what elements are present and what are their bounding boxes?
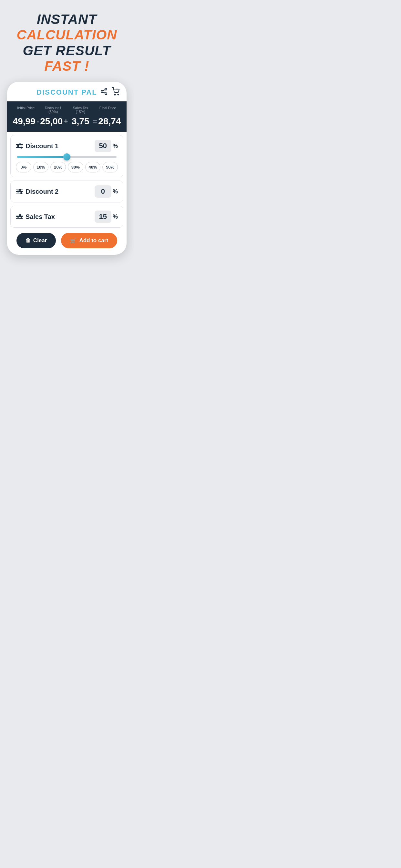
label-discount1: Discount 1 (50%) — [40, 106, 67, 114]
discount2-sliders-icon — [16, 190, 23, 193]
quick-btn-30[interactable]: 30% — [68, 162, 83, 173]
discount1-quick-btns: 0% 10% 20% 30% 40% 50% — [16, 162, 118, 173]
quick-btn-0[interactable]: 0% — [16, 162, 31, 173]
discount1-slider-fill — [17, 156, 67, 158]
app-header: DISCOUNT PAL 0 — [7, 82, 127, 101]
sales-tax-value-badge: 15 % — [95, 211, 118, 223]
sales-tax-section: Sales Tax 15 % — [10, 206, 123, 228]
op-plus: + — [63, 117, 69, 126]
bottom-buttons: Clear Add to cart — [10, 233, 123, 248]
op-equals: = — [92, 117, 98, 126]
sales-tax-label: Sales Tax — [16, 213, 55, 221]
discount1-value-badge: 50 % — [95, 140, 118, 152]
discount1-slider-track[interactable] — [17, 156, 117, 158]
label-sales-tax: Sales Tax (15%) — [67, 106, 94, 114]
quick-btn-20[interactable]: 20% — [50, 162, 66, 173]
discount1-row: Discount 1 50 % — [16, 140, 118, 152]
discount1-section: Discount 1 50 % 0% 10% 20% 30% 40% 50% — [10, 135, 123, 177]
discount1-sliders-icon — [16, 144, 23, 148]
summary-values: 49,99 - 25,00 + 3,75 = 28,74 — [12, 116, 121, 127]
label-final-price: Final Price — [94, 106, 122, 114]
quick-btn-40[interactable]: 40% — [85, 162, 101, 173]
discount2-value-badge: 0 % — [95, 185, 118, 197]
value-final-price: 28,74 — [98, 116, 121, 127]
value-initial-price: 49,99 — [12, 116, 36, 127]
value-discount1: 25,00 — [40, 116, 63, 127]
sales-tax-percent: % — [113, 213, 118, 220]
headline-get-result: GET RESULT — [23, 43, 111, 58]
discount1-slider-thumb[interactable] — [63, 153, 70, 160]
sales-tax-sliders-icon — [16, 215, 23, 219]
svg-point-6 — [118, 94, 119, 95]
sales-tax-row: Sales Tax 15 % — [16, 211, 118, 223]
headline-calculation: CALCULATION — [17, 27, 117, 42]
label-initial-price: Initial Price — [12, 106, 40, 114]
add-cart-icon — [70, 237, 76, 244]
sales-tax-value-box[interactable]: 15 — [95, 211, 112, 223]
discount2-percent: % — [113, 188, 118, 195]
add-to-cart-label: Add to cart — [79, 237, 108, 244]
value-sales-tax: 3,75 — [69, 116, 92, 127]
clear-label: Clear — [33, 237, 47, 244]
discount2-value-box[interactable]: 0 — [95, 185, 112, 197]
discount2-row: Discount 2 0 % — [16, 185, 118, 197]
svg-line-3 — [103, 92, 105, 93]
svg-text:0: 0 — [117, 88, 118, 90]
discount2-label: Discount 2 — [16, 188, 58, 195]
share-icon[interactable] — [100, 88, 108, 97]
discount1-slider-container[interactable] — [16, 156, 118, 158]
quick-btn-10[interactable]: 10% — [33, 162, 49, 173]
headline-instant: INSTANT — [37, 11, 97, 27]
trash-icon — [26, 237, 31, 244]
add-to-cart-button[interactable]: Add to cart — [61, 233, 117, 248]
phone-frame: DISCOUNT PAL 0 — [7, 82, 127, 255]
headline: INSTANT CALCULATION GET RESULT FAST ! — [0, 0, 134, 82]
summary-labels: Initial Price Discount 1 (50%) Sales Tax… — [12, 106, 121, 114]
summary-bar: Initial Price Discount 1 (50%) Sales Tax… — [7, 101, 127, 132]
headline-fast: FAST ! — [44, 58, 89, 73]
discount1-label: Discount 1 — [16, 143, 58, 150]
op-minus: - — [36, 117, 39, 126]
quick-btn-50[interactable]: 50% — [102, 162, 118, 173]
svg-line-4 — [103, 90, 105, 91]
svg-point-5 — [115, 94, 116, 95]
app-title: DISCOUNT PAL — [36, 88, 97, 97]
discount2-section: Discount 2 0 % — [10, 181, 123, 203]
discount1-value-box[interactable]: 50 — [95, 140, 112, 152]
header-icons: 0 — [100, 87, 120, 97]
clear-button[interactable]: Clear — [17, 233, 56, 248]
cart-icon[interactable]: 0 — [112, 87, 120, 97]
discount1-percent: % — [113, 143, 118, 150]
